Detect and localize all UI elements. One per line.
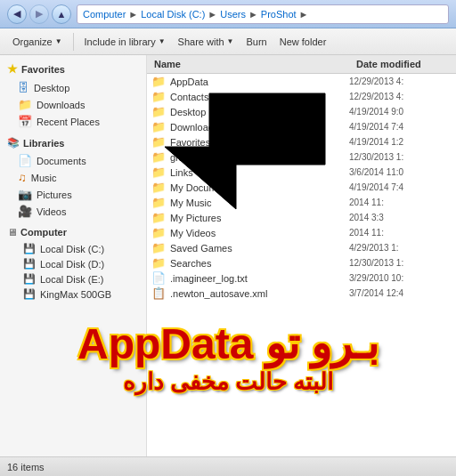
sidebar-item-videos[interactable]: 🎥 Videos xyxy=(0,203,146,220)
file-name-11: Saved Games xyxy=(170,243,349,254)
sidebar-item-documents[interactable]: 📄 Documents xyxy=(0,152,146,169)
forward-button[interactable]: ▶ xyxy=(29,4,49,24)
sidebar: ★ Favorites 🗄 Desktop 📁 Downloads 📅 Rece… xyxy=(0,55,147,456)
pictures-icon: 📷 xyxy=(18,188,32,201)
file-date-0: 12/29/2013 4: xyxy=(349,77,456,86)
table-row[interactable]: 📋 .newton_autosave.xml 3/7/2014 12:4 xyxy=(147,286,456,301)
organize-button[interactable]: Organize ▼ xyxy=(7,34,68,50)
videos-icon: 🎥 xyxy=(18,205,32,218)
file-icon-5: 📁 xyxy=(147,150,170,164)
recent-icon: 📅 xyxy=(18,115,32,128)
share-with-button[interactable]: Share with ▼ xyxy=(173,34,240,50)
new-folder-button[interactable]: New folder xyxy=(274,34,332,50)
breadcrumb-sep1: ► xyxy=(128,9,138,20)
sidebar-item-drive-king[interactable]: 💾 KingMax 500GB xyxy=(0,286,146,302)
file-name-12: Searches xyxy=(170,258,349,269)
file-icon-10: 📁 xyxy=(147,226,170,239)
drive-e-icon: 💾 xyxy=(23,273,36,285)
breadcrumb-sep2: ► xyxy=(208,9,217,20)
share-arrow: ▼ xyxy=(227,37,234,45)
table-row[interactable]: 📁 Searches 12/30/2013 1: xyxy=(147,255,456,270)
file-icon-0: 📁 xyxy=(147,75,170,88)
file-name-2: Desktop xyxy=(170,107,349,117)
file-icon-9: 📁 xyxy=(147,211,170,224)
drive-d-icon: 💾 xyxy=(23,258,36,270)
back-button[interactable]: ◀ xyxy=(7,4,27,24)
file-date-5: 12/30/2013 1: xyxy=(349,152,456,162)
table-row[interactable]: 📁 graphs 12/30/2013 1: xyxy=(147,149,456,165)
title-bar: ◀ ▶ ▲ Computer ► Local Disk (C:) ► Users… xyxy=(0,0,456,28)
file-date-1: 12/29/2013 4: xyxy=(349,92,456,101)
file-icon-12: 📁 xyxy=(147,256,170,270)
file-name-0: AppData xyxy=(170,77,349,87)
file-date-12: 12/30/2013 1: xyxy=(349,258,456,268)
file-icon-11: 📁 xyxy=(147,241,170,254)
file-icon-13: 📄 xyxy=(147,271,170,285)
include-library-button[interactable]: Include in library ▼ xyxy=(79,34,171,50)
file-date-8: 2014 11: xyxy=(349,198,456,207)
file-icon-4: 📁 xyxy=(147,135,170,149)
up-button[interactable]: ▲ xyxy=(52,4,71,24)
col-name[interactable]: Name xyxy=(147,57,349,71)
drive-c-icon: 💾 xyxy=(23,243,36,254)
table-row[interactable]: 📁 Favorites 4/19/2014 1:2 xyxy=(147,134,456,149)
libraries-title: 📚 Libraries xyxy=(0,133,146,152)
table-row[interactable]: 📄 .imagineer_log.txt 3/29/2010 10: xyxy=(147,270,456,286)
file-date-9: 2014 3:3 xyxy=(349,213,456,222)
file-date-2: 4/19/2014 9:0 xyxy=(349,107,456,117)
breadcrumb-computer[interactable]: Computer xyxy=(83,9,126,20)
file-icon-2: 📁 xyxy=(147,105,170,118)
file-name-1: Contacts xyxy=(170,92,349,102)
libraries-section: 📚 Libraries 📄 Documents ♫ Music 📷 Pictur… xyxy=(0,133,146,220)
table-row[interactable]: 📁 My Music 2014 11: xyxy=(147,195,456,210)
sidebar-item-music[interactable]: ♫ Music xyxy=(0,169,146,186)
sidebar-item-drive-c[interactable]: 💾 Local Disk (C:) xyxy=(0,241,146,256)
table-row[interactable]: 📁 Desktop 4/19/2014 9:0 xyxy=(147,104,456,119)
breadcrumb-proshot[interactable]: ProShot xyxy=(261,9,297,20)
table-row[interactable]: 📁 Contacts 12/29/2013 4: xyxy=(147,89,456,104)
star-icon: ★ xyxy=(7,62,18,76)
file-date-14: 3/7/2014 12:4 xyxy=(349,288,456,298)
file-icon-7: 📁 xyxy=(147,181,170,194)
file-name-14: .newton_autosave.xml xyxy=(170,288,349,299)
file-name-6: Links xyxy=(170,167,349,178)
file-header: Name Date modified xyxy=(147,55,456,74)
table-row[interactable]: 📁 Saved Games 4/29/2013 1: xyxy=(147,240,456,255)
table-row[interactable]: 📁 Downloads 4/19/2014 7:4 xyxy=(147,119,456,134)
table-row[interactable]: 📁 My Pictures 2014 3:3 xyxy=(147,210,456,225)
burn-button[interactable]: Burn xyxy=(240,34,272,50)
file-name-4: Favorites xyxy=(170,137,349,148)
table-row[interactable]: 📁 My Documents 4/19/2014 7:4 xyxy=(147,180,456,195)
favorites-title: ★ Favorites xyxy=(0,59,146,79)
organize-arrow: ▼ xyxy=(55,37,62,45)
file-icon-14: 📋 xyxy=(147,286,170,300)
col-date[interactable]: Date modified xyxy=(349,57,456,71)
sidebar-item-recent[interactable]: 📅 Recent Places xyxy=(0,113,146,130)
file-name-9: My Pictures xyxy=(170,213,349,223)
breadcrumb-localdisk[interactable]: Local Disk (C:) xyxy=(141,9,205,20)
file-area: Name Date modified 📁 AppData 12/29/2013 … xyxy=(147,55,456,456)
item-count: 16 items xyxy=(7,462,45,472)
sidebar-item-downloads[interactable]: 📁 Downloads xyxy=(0,96,146,113)
toolbar: Organize ▼ Include in library ▼ Share wi… xyxy=(0,28,456,55)
file-name-7: My Documents xyxy=(170,182,349,193)
table-row[interactable]: 📁 AppData 12/29/2013 4: xyxy=(147,74,456,89)
file-name-13: .imagineer_log.txt xyxy=(170,273,349,284)
file-name-5: graphs xyxy=(170,152,349,163)
file-name-8: My Music xyxy=(170,198,349,208)
breadcrumb-users[interactable]: Users xyxy=(220,9,246,20)
drive-king-icon: 💾 xyxy=(23,288,36,300)
status-bar: 16 items xyxy=(0,456,456,476)
table-row[interactable]: 📁 Links 3/6/2014 11:0 xyxy=(147,165,456,180)
sidebar-item-pictures[interactable]: 📷 Pictures xyxy=(0,186,146,203)
file-date-13: 3/29/2010 10: xyxy=(349,273,456,283)
table-row[interactable]: 📁 My Videos 2014 11: xyxy=(147,225,456,240)
sidebar-item-desktop[interactable]: 🗄 Desktop xyxy=(0,79,146,96)
file-name-3: Downloads xyxy=(170,122,349,133)
file-name-10: My Videos xyxy=(170,228,349,238)
file-date-6: 3/6/2014 11:0 xyxy=(349,167,456,177)
sidebar-item-drive-e[interactable]: 💾 Local Disk (E:) xyxy=(0,271,146,286)
computer-title: 🖥 Computer xyxy=(0,223,146,241)
breadcrumb[interactable]: Computer ► Local Disk (C:) ► Users ► Pro… xyxy=(77,4,449,24)
sidebar-item-drive-d[interactable]: 💾 Local Disk (D:) xyxy=(0,256,146,271)
